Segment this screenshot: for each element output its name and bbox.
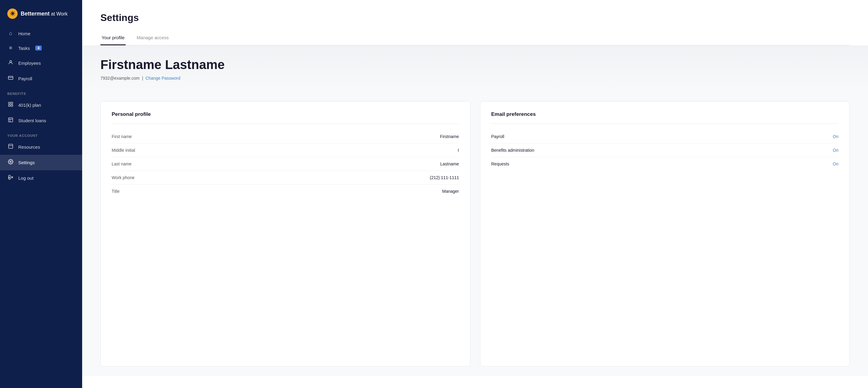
field-label-firstname: First name — [112, 134, 132, 139]
nav-item-logout[interactable]: Log out — [0, 170, 82, 186]
svg-rect-6 — [11, 105, 13, 106]
loans-icon — [7, 117, 14, 124]
field-label-phone: Work phone — [112, 175, 134, 180]
nav-item-tasks[interactable]: Tasks 4 — [0, 41, 82, 55]
logo-name: Betterment — [21, 11, 50, 17]
email-pref-requests: Requests On — [491, 157, 839, 170]
employees-icon — [7, 60, 14, 67]
svg-rect-7 — [8, 118, 13, 122]
profile-field-middle: Middle initial I — [112, 143, 459, 157]
pref-status-payroll[interactable]: On — [833, 134, 838, 139]
nav-label-tasks: Tasks — [18, 45, 30, 51]
nav-label-employees: Employees — [18, 61, 41, 66]
nav-label-home: Home — [18, 31, 30, 36]
logo-icon: ☀ — [7, 8, 18, 19]
nav-label-settings: Settings — [18, 160, 35, 165]
logo[interactable]: ☀ Betterment at Work — [0, 0, 82, 26]
svg-rect-10 — [8, 144, 13, 149]
email-pref-benefits: Benefits administration On — [491, 143, 839, 157]
nav-label-logout: Log out — [18, 175, 33, 181]
settings-icon — [7, 159, 14, 166]
home-icon — [7, 30, 14, 36]
pref-status-benefits[interactable]: On — [833, 148, 838, 153]
email-pref-payroll: Payroll On — [491, 130, 839, 143]
field-label-lastname: Last name — [112, 161, 131, 166]
pref-label-requests: Requests — [491, 161, 509, 166]
cards-area: Personal profile First name Firstname Mi… — [82, 92, 868, 376]
profile-field-phone: Work phone (212) 111-1111 — [112, 171, 459, 185]
profile-full-name: Firstname Lastname — [100, 58, 850, 72]
nav-item-employees[interactable]: Employees — [0, 55, 82, 71]
resources-icon — [7, 143, 14, 151]
pref-label-payroll: Payroll — [491, 134, 504, 139]
page-title: Settings — [100, 12, 850, 24]
personal-profile-card: Personal profile First name Firstname Mi… — [100, 101, 470, 366]
profile-field-firstname: First name Firstname — [112, 130, 459, 143]
profile-field-lastname: Last name Lastname — [112, 157, 459, 171]
svg-point-0 — [10, 61, 11, 62]
tab-your-profile[interactable]: Your profile — [100, 32, 126, 45]
sidebar: ☀ Betterment at Work Home Tasks 4 Employ… — [0, 0, 82, 388]
nav-item-401k[interactable]: 401(k) plan — [0, 97, 82, 113]
logo-suffix: at Work — [50, 11, 67, 17]
logout-icon — [7, 174, 14, 182]
nav-label-payroll: Payroll — [18, 76, 32, 81]
field-value-lastname: Lastname — [440, 161, 459, 166]
nav-item-home[interactable]: Home — [0, 26, 82, 41]
change-password-link[interactable]: Change Password — [146, 76, 180, 80]
nav-label-student-loans: Student loans — [18, 118, 46, 123]
pref-label-benefits: Benefits administration — [491, 148, 534, 153]
email-preferences-card: Email preferences Payroll On Benefits ad… — [480, 101, 850, 366]
profile-email: 7932@example.com — [100, 76, 140, 80]
svg-rect-4 — [11, 102, 13, 104]
nav-item-settings[interactable]: Settings — [0, 155, 82, 170]
page-header: Settings Your profile Manage access — [82, 0, 868, 45]
svg-point-12 — [10, 161, 11, 163]
main-content: Settings Your profile Manage access Firs… — [82, 0, 868, 388]
account-section-label: YOUR ACCOUNT — [0, 128, 82, 139]
pref-status-requests[interactable]: On — [833, 161, 838, 166]
tab-manage-access[interactable]: Manage access — [135, 32, 170, 45]
svg-rect-3 — [8, 102, 10, 104]
tasks-badge: 4 — [35, 45, 42, 51]
email-separator: | — [142, 76, 143, 80]
profile-hero: Firstname Lastname 7932@example.com | Ch… — [82, 45, 868, 92]
tabs-bar: Your profile Manage access — [100, 32, 850, 45]
field-label-middle: Middle initial — [112, 148, 135, 153]
svg-rect-5 — [8, 105, 10, 106]
nav-item-payroll[interactable]: Payroll — [0, 71, 82, 86]
tasks-icon — [7, 45, 14, 51]
benefits-section-label: BENEFITS — [0, 86, 82, 97]
nav-label-resources: Resources — [18, 144, 40, 150]
field-value-phone: (212) 111-1111 — [430, 175, 459, 180]
personal-profile-title: Personal profile — [112, 111, 459, 117]
nav-item-resources[interactable]: Resources — [0, 139, 82, 155]
field-value-firstname: Firstname — [440, 134, 459, 139]
profile-field-title: Title Manager — [112, 185, 459, 198]
profile-email-row: 7932@example.com | Change Password — [100, 76, 850, 80]
payroll-icon — [7, 75, 14, 82]
401k-icon — [7, 102, 14, 108]
email-preferences-title: Email preferences — [491, 111, 839, 117]
field-value-title: Manager — [442, 189, 459, 194]
field-label-title: Title — [112, 189, 120, 194]
svg-rect-1 — [8, 76, 13, 80]
nav-label-401k: 401(k) plan — [18, 102, 41, 108]
field-value-middle: I — [458, 148, 459, 153]
nav-item-student-loans[interactable]: Student loans — [0, 113, 82, 128]
